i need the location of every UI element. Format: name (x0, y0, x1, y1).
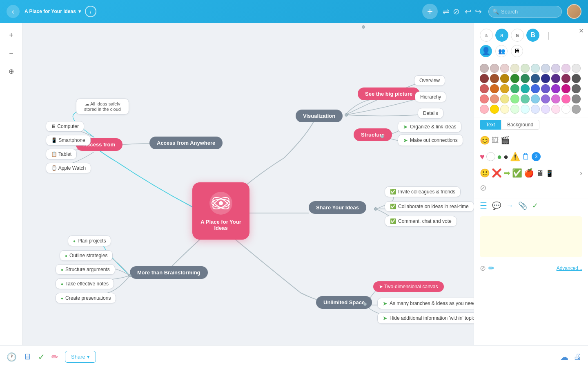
display-icon[interactable]: 🖥 (23, 352, 31, 361)
color-swatch[interactable] (500, 74, 509, 83)
color-swatch[interactable] (521, 84, 530, 93)
font-small-btn[interactable]: a (480, 29, 493, 42)
font-bold-btn[interactable]: B (526, 29, 539, 42)
color-swatch[interactable] (561, 94, 570, 103)
color-swatch[interactable] (572, 105, 581, 114)
zoom-in-button[interactable]: + (4, 28, 19, 43)
color-swatch[interactable] (500, 84, 509, 93)
color-swatch[interactable] (480, 74, 489, 83)
emoji-dark-circle[interactable]: ● (503, 152, 508, 162)
color-swatch[interactable] (561, 64, 570, 73)
unlimited-node[interactable]: Unlimited Space (316, 296, 372, 309)
arrow-icon[interactable]: → (506, 202, 513, 210)
color-swatch[interactable] (531, 84, 540, 93)
plan-projects-node[interactable]: ●Plan projects (68, 236, 111, 246)
overview-node[interactable]: Overview (414, 75, 445, 86)
emoji-tablet[interactable]: 📱 (546, 169, 554, 177)
collaborate-node[interactable]: ✅Collaborate on ideas in real-time (385, 201, 474, 212)
color-swatch[interactable] (490, 84, 499, 93)
color-swatch[interactable] (521, 94, 530, 103)
emoji-smiley[interactable]: 😊 (480, 135, 490, 145)
computer-node[interactable]: 🖥 Computer (46, 121, 84, 132)
back-button[interactable]: ‹ (7, 5, 20, 18)
pen-icon[interactable]: ✏ (51, 352, 58, 362)
color-swatch[interactable] (541, 84, 550, 93)
emoji-right-arrow[interactable]: ➡ (503, 168, 510, 178)
check-icon[interactable]: ✓ (532, 201, 538, 210)
bg-tab[interactable]: Background (501, 120, 539, 130)
hide-info-node[interactable]: ➤Hide additional information 'within' to… (377, 312, 474, 324)
outline-strategies-node[interactable]: ●Outline strategies (60, 250, 113, 261)
color-swatch[interactable] (490, 94, 499, 103)
create-presentations-node[interactable]: ●Create presentations (56, 293, 116, 303)
cloud-download-icon[interactable]: ☁ (560, 352, 568, 362)
fit-view-button[interactable]: ⊕ (4, 64, 19, 79)
make-connections-node[interactable]: ➤Make out connections (398, 135, 463, 146)
color-swatch[interactable] (551, 94, 560, 103)
color-swatch[interactable] (510, 64, 519, 73)
color-swatch[interactable] (572, 94, 581, 103)
color-swatch[interactable] (500, 94, 509, 103)
color-swatch[interactable] (531, 64, 540, 73)
take-notes-node[interactable]: ●Take effective notes (56, 278, 114, 289)
center-node[interactable]: A Place for Your Ideas (192, 182, 249, 240)
advanced-link[interactable]: Advanced... (557, 265, 582, 271)
color-swatch[interactable] (561, 105, 570, 114)
undo-button[interactable]: ↩ (465, 7, 472, 16)
two-dim-node[interactable]: ➤ Two-dimensional canvas (373, 281, 444, 292)
color-swatch[interactable] (521, 74, 530, 83)
emoji-green-circle[interactable]: ● (497, 152, 502, 162)
color-swatch[interactable] (490, 64, 499, 73)
color-swatch[interactable] (521, 105, 530, 114)
note-area[interactable] (480, 216, 582, 257)
color-swatch[interactable] (572, 74, 581, 83)
emoji-note-blue[interactable]: 🗒 (522, 152, 530, 162)
screen-icon-btn[interactable]: 🖥 (511, 45, 523, 57)
branches-node[interactable]: ➤As many branches & ideas as you need (377, 298, 474, 309)
color-swatch[interactable] (541, 64, 550, 73)
comment-node[interactable]: ✅Comment, chat and vote (385, 216, 457, 227)
smartphone-node[interactable]: 📱 Smartphone (46, 135, 91, 146)
info-button[interactable]: i (85, 6, 96, 17)
emoji-smile-2[interactable]: 🙂 (480, 168, 490, 178)
color-swatch[interactable] (551, 64, 560, 73)
emoji-3-badge[interactable]: 3 (532, 152, 541, 161)
color-swatch[interactable] (541, 105, 550, 114)
panel-close-button[interactable]: ✕ (579, 27, 584, 35)
details-node[interactable]: Details (418, 108, 443, 119)
print-icon[interactable]: 🖨 (573, 352, 581, 362)
color-swatch[interactable] (510, 74, 519, 83)
speech-icon[interactable]: 💬 (492, 201, 501, 210)
emoji-white-circle[interactable] (486, 152, 495, 161)
redo-button[interactable]: ↪ (475, 7, 482, 16)
cancel-button[interactable]: ⊘ (453, 7, 460, 16)
emoji-image[interactable]: 🖼 (492, 136, 499, 145)
zoom-out-button[interactable]: − (4, 46, 19, 61)
color-swatch[interactable] (510, 84, 519, 93)
font-medium-btn[interactable]: a (495, 29, 508, 42)
history-icon[interactable]: 🕐 (7, 352, 17, 362)
avatar[interactable] (567, 4, 581, 19)
access-anywhere-node[interactable]: Access from Anywhere (149, 137, 223, 149)
emoji-warning[interactable]: ⚠️ (510, 152, 520, 162)
invite-node[interactable]: ✅Invite colleagues & friends (385, 186, 461, 197)
list-icon[interactable]: ☰ (480, 201, 487, 211)
see-big-picture-node[interactable]: See the big picture (358, 88, 420, 100)
checklist-icon[interactable]: ✓ (38, 352, 45, 362)
color-swatch[interactable] (490, 105, 499, 114)
color-swatch[interactable] (510, 105, 519, 114)
emoji-video[interactable]: 🎬 (501, 136, 510, 145)
color-swatch[interactable] (572, 64, 581, 73)
collaborate-button[interactable]: ⇌ (443, 7, 450, 16)
apple-watch-node[interactable]: ⌚ Apple Watch (46, 163, 91, 173)
color-swatch[interactable] (541, 74, 550, 83)
color-swatch[interactable] (561, 84, 570, 93)
structure-node[interactable]: Structure (354, 128, 392, 141)
person-icon-btn[interactable]: 👤 (480, 45, 492, 57)
emoji-monitor[interactable]: 🖥 (536, 168, 544, 178)
panel-edit-icon[interactable]: ✏ (488, 264, 494, 273)
brainstorm-node[interactable]: More than Brainstorming (130, 266, 208, 279)
color-swatch[interactable] (480, 84, 489, 93)
panel-cancel-icon[interactable]: ⊘ (480, 264, 486, 273)
color-swatch[interactable] (551, 105, 560, 114)
